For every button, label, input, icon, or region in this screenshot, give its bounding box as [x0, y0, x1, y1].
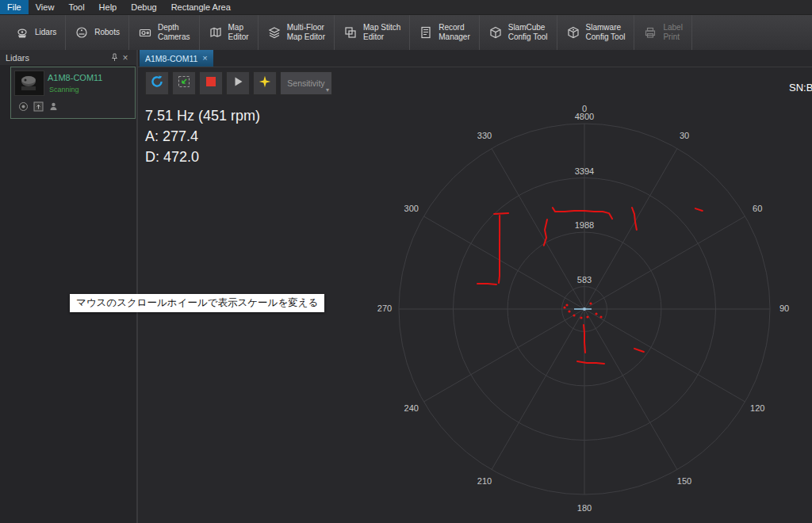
svg-text:300: 300 — [404, 204, 419, 213]
svg-text:90: 90 — [779, 303, 789, 313]
toolbar-button-map-stitch-editor[interactable]: Map Stitch Editor — [335, 15, 410, 50]
scan-segment-object-below-1 — [584, 325, 585, 353]
toolbar-button-label: Map Stitch Editor — [363, 23, 400, 43]
lidar-thumbnail — [14, 71, 44, 96]
scan-segment-object-below-2 — [577, 361, 604, 364]
scan-segment-wall-left-top — [494, 213, 508, 214]
toolbar-button-slamcube-config-tool[interactable]: SlamCube Config Tool — [480, 15, 557, 50]
svg-text:3394: 3394 — [575, 166, 594, 176]
sidebar-title: Lidars — [6, 53, 29, 63]
tab-close-icon[interactable]: × — [202, 54, 207, 63]
lidar-device-card[interactable]: A1M8-COM11 Scanning — [10, 67, 136, 119]
toolbar-button-label: Robots — [94, 28, 120, 38]
scan-segment-object-lower-right — [634, 349, 644, 352]
toolbar-button-robots[interactable]: Robots — [66, 15, 129, 50]
toolbar-button-slamware-config-tool[interactable]: Slamware Config Tool — [557, 15, 635, 50]
gauge-icon — [18, 101, 29, 115]
scale-tooltip: マウスのスクロールホイールで表示スケールを変える — [70, 294, 324, 312]
map-stitch-icon — [343, 25, 358, 40]
toolbar-button-multi-floor-map-editor[interactable]: Multi-Floor Map Editor — [259, 15, 335, 50]
user-icon — [48, 101, 59, 115]
scan-segment-object-mid — [544, 220, 547, 246]
svg-text:30: 30 — [680, 131, 689, 140]
sidebar-header: Lidars × — [0, 50, 136, 65]
menubar-items: FileViewToolHelpDebugRectangle Area — [0, 0, 812, 15]
toolbar-button-lidars[interactable]: Lidars — [6, 15, 66, 50]
toolbar-button-label: SlamCube Config Tool — [508, 23, 548, 43]
toolbar-button-label: Lidars — [35, 28, 56, 38]
svg-text:150: 150 — [677, 476, 691, 486]
lidar-icon — [15, 25, 29, 40]
toolbar-button-depth-cameras[interactable]: Depth Cameras — [129, 15, 200, 50]
upgrade-icon — [33, 101, 44, 115]
toolbar-button-label: Slamware Config Tool — [586, 23, 626, 43]
menu-item-debug[interactable]: Debug — [124, 0, 163, 14]
tabbar: A1M8-COM11 × — [138, 50, 812, 67]
device-status: Scanning — [49, 86, 79, 94]
toolbar-button-label: Depth Cameras — [158, 23, 190, 43]
slamcube-icon — [488, 25, 503, 40]
menu-item-file[interactable]: File — [0, 0, 29, 14]
scan-segment-wall-top — [553, 208, 612, 219]
menu-item-tool[interactable]: Tool — [61, 0, 91, 14]
scan-segment-wall-left — [499, 216, 500, 283]
record-manager-icon — [419, 25, 433, 40]
svg-text:180: 180 — [577, 503, 592, 513]
multifloor-map-icon — [267, 25, 282, 40]
app-window: FileViewToolHelpDebugRectangle Area Lida… — [0, 0, 812, 523]
device-name: A1M8-COM11 — [48, 73, 102, 82]
toolbar-button-label: Label Print — [663, 23, 682, 43]
map-editor-icon — [209, 25, 223, 40]
svg-text:0: 0 — [582, 104, 587, 113]
svg-text:583: 583 — [577, 275, 592, 284]
menu-item-help[interactable]: Help — [92, 0, 124, 14]
depth-camera-icon — [138, 25, 152, 40]
close-icon[interactable]: × — [120, 52, 131, 63]
svg-text:270: 270 — [377, 303, 392, 313]
menu-item-view[interactable]: View — [29, 0, 62, 14]
slamware-icon — [566, 25, 580, 40]
printer-icon — [643, 25, 657, 40]
toolbar-button-record-manager[interactable]: Record Manager — [410, 15, 479, 50]
device-capability-icons — [18, 101, 59, 115]
scan-segment-wall-left-bottom — [477, 284, 496, 284]
robot-icon — [75, 25, 89, 40]
toolbar-button-map-editor[interactable]: Map Editor — [200, 15, 259, 50]
scan-segment-wall-far-right — [695, 208, 703, 211]
menu-item-rectangle-area[interactable]: Rectangle Area — [164, 0, 238, 14]
svg-text:60: 60 — [753, 204, 762, 213]
toolbar-button-label: Map Editor — [228, 23, 249, 43]
tab-label: A1M8-COM11 — [145, 54, 197, 63]
scan-segment-wall-right — [632, 208, 637, 230]
toolbar-button-label: Record Manager — [439, 23, 469, 43]
svg-text:1988: 1988 — [575, 220, 594, 230]
toolbar-button-label-print[interactable]: Label Print — [634, 15, 691, 50]
main-area: A1M8-COM11 × — [138, 50, 812, 523]
svg-text:210: 210 — [477, 476, 492, 486]
main-toolbar: LidarsRobotsDepth CamerasMap EditorMulti… — [0, 15, 812, 51]
svg-text:240: 240 — [404, 403, 419, 413]
svg-text:120: 120 — [750, 403, 764, 413]
sidebar-lidars-panel: Lidars × A1M8-COM11 Scanning — [0, 50, 138, 523]
pin-icon[interactable] — [109, 52, 120, 63]
toolbar-button-label: Multi-Floor Map Editor — [287, 23, 325, 43]
tab-a1m8-com11[interactable]: A1M8-COM11 × — [140, 50, 213, 67]
svg-text:330: 330 — [477, 131, 492, 140]
